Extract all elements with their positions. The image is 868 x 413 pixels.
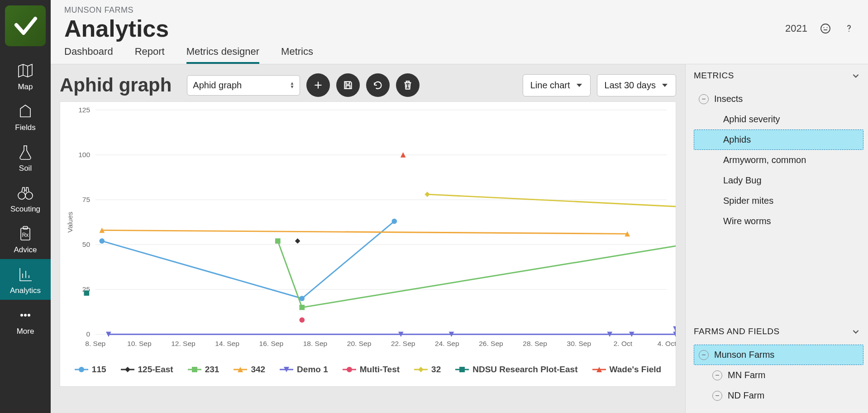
tab-dashboard[interactable]: Dashboard [64, 46, 113, 64]
graph-select[interactable]: Aphid graph ▲▼ [187, 75, 300, 96]
svg-text:100: 100 [78, 151, 90, 158]
tree-item-nd-farm[interactable]: − ND Farm [694, 385, 863, 406]
trash-icon [402, 79, 414, 91]
legend-item[interactable]: 231 [188, 365, 219, 375]
undo-icon [372, 79, 384, 91]
collapse-icon[interactable]: − [699, 94, 709, 104]
svg-text:0: 0 [86, 330, 90, 338]
collapse-icon[interactable]: − [712, 370, 722, 380]
chart-card: 02550751001258. Sep10. Sep12. Sep14. Sep… [60, 101, 676, 387]
header: MUNSON FARMS Analytics 2021 Dashboard Re… [51, 0, 868, 64]
sidebar-item-soil[interactable]: Soil [0, 137, 51, 178]
svg-rect-58 [459, 367, 465, 372]
tree-item-mn-farm[interactable]: − MN Farm [694, 365, 863, 385]
legend-item[interactable]: Demo 1 [280, 365, 328, 375]
chart-type-select[interactable]: Line chart [523, 74, 591, 96]
svg-text:18. Sep: 18. Sep [303, 340, 328, 347]
tree-group-insects[interactable]: − Insects [694, 89, 863, 109]
toolbar: Aphid graph Aphid graph ▲▼ [60, 73, 676, 97]
legend-item[interactable]: Wade's Field [592, 365, 662, 375]
svg-text:20. Sep: 20. Sep [347, 340, 372, 347]
metrics-tree[interactable]: − Insects Aphid severity Aphids Armyworm… [686, 87, 868, 320]
legend-item[interactable]: Multi-Test [343, 365, 400, 375]
sidebar-item-fields[interactable]: Fields [0, 96, 51, 137]
tab-metrics-designer[interactable]: Metrics designer [186, 46, 259, 64]
help-icon[interactable] [844, 23, 854, 34]
line-chart[interactable]: 02550751001258. Sep10. Sep12. Sep14. Sep… [60, 102, 676, 360]
svg-rect-42 [275, 238, 281, 244]
feedback-icon[interactable] [820, 23, 831, 34]
binoculars-icon [16, 184, 34, 202]
svg-point-6 [24, 314, 27, 317]
tree-item-armyworm[interactable]: Armyworm, common [694, 150, 863, 170]
sidebar-item-analytics[interactable]: Analytics [0, 259, 51, 300]
chevron-down-icon [852, 72, 860, 80]
add-button[interactable] [306, 73, 330, 97]
svg-text:10. Sep: 10. Sep [127, 340, 152, 347]
svg-text:24. Sep: 24. Sep [435, 340, 459, 347]
tree-item-spidermites[interactable]: Spider mites [694, 191, 863, 211]
svg-point-7 [28, 314, 30, 317]
collapse-icon[interactable]: − [699, 350, 709, 360]
sidebar-item-advice[interactable]: Rx Advice [0, 218, 51, 259]
breadcrumb: MUNSON FARMS [64, 5, 854, 15]
svg-point-39 [99, 238, 105, 244]
svg-point-0 [18, 192, 25, 199]
spinner-icon: ▲▼ [290, 82, 294, 89]
svg-rect-3 [23, 226, 28, 229]
svg-point-9 [824, 27, 825, 28]
svg-text:125: 125 [78, 106, 90, 114]
header-actions: 2021 [785, 23, 854, 34]
field-icon [16, 102, 34, 120]
app-logo[interactable] [5, 5, 46, 46]
svg-text:30. Sep: 30. Sep [567, 340, 591, 347]
legend-item[interactable]: 342 [234, 365, 265, 375]
svg-point-5 [20, 314, 23, 317]
chart-icon [16, 265, 34, 283]
tree-item-wireworms[interactable]: Wire worms [694, 211, 863, 231]
legend-item[interactable]: 115 [75, 365, 106, 375]
svg-point-55 [347, 367, 352, 372]
metrics-section-header[interactable]: METRICS [686, 64, 868, 87]
svg-text:12. Sep: 12. Sep [171, 340, 196, 347]
tree-item-aphid-severity[interactable]: Aphid severity [694, 109, 863, 130]
tab-metrics[interactable]: Metrics [281, 46, 313, 64]
legend-item[interactable]: 125-East [121, 365, 173, 375]
map-icon [16, 62, 34, 80]
collapse-icon[interactable]: − [712, 391, 722, 401]
svg-point-8 [821, 24, 830, 33]
tree-item-ladybug[interactable]: Lady Bug [694, 170, 863, 191]
farms-section-header[interactable]: FARMS AND FIELDS [686, 320, 868, 343]
svg-point-11 [849, 31, 849, 32]
svg-text:14. Sep: 14. Sep [215, 340, 239, 347]
svg-text:4. Oct: 4. Oct [658, 340, 676, 347]
caret-down-icon [576, 82, 583, 89]
legend-item[interactable]: NDSU Research Plot-East [455, 365, 577, 375]
time-range-select[interactable]: Last 30 days [597, 74, 676, 96]
svg-text:22. Sep: 22. Sep [391, 340, 415, 347]
year-label[interactable]: 2021 [785, 23, 807, 34]
tree-item-munson-farms[interactable]: − Munson Farms [694, 345, 863, 365]
delete-button[interactable] [396, 73, 420, 97]
graph-title: Aphid graph [60, 74, 172, 96]
svg-text:8. Sep: 8. Sep [85, 340, 105, 347]
sidebar-item-map[interactable]: Map [0, 55, 51, 96]
sidebar-item-more[interactable]: More [0, 300, 51, 341]
tree-item-aphids[interactable]: Aphids [694, 130, 863, 150]
farms-tree[interactable]: − Munson Farms − MN Farm − ND Farm [686, 343, 868, 413]
svg-text:26. Sep: 26. Sep [479, 340, 503, 347]
svg-rect-51 [192, 367, 197, 372]
save-button[interactable] [336, 73, 360, 97]
undo-button[interactable] [366, 73, 390, 97]
chart-legend: 115125-East231342Demo 1Multi-Test32NDSU … [60, 360, 676, 384]
svg-point-1 [25, 192, 33, 199]
svg-text:50: 50 [82, 240, 91, 248]
sidebar-item-scouting[interactable]: Scouting [0, 178, 51, 218]
legend-item[interactable]: 32 [414, 365, 441, 375]
svg-rect-46 [84, 290, 89, 296]
svg-text:2. Oct: 2. Oct [614, 340, 633, 347]
tabs: Dashboard Report Metrics designer Metric… [64, 46, 854, 64]
tab-report[interactable]: Report [135, 46, 165, 64]
right-panel: METRICS − Insects Aphid severity Aphids … [685, 64, 868, 413]
more-icon [16, 306, 34, 324]
